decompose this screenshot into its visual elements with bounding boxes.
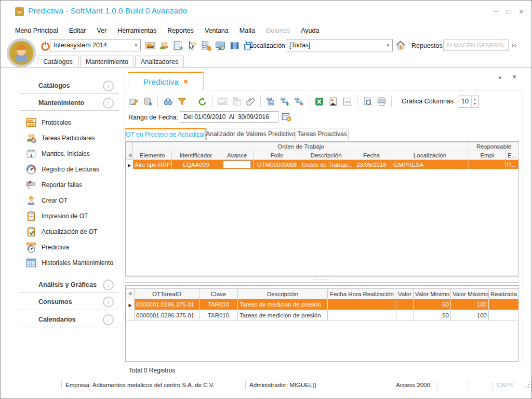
calculator-icon[interactable]	[201, 40, 211, 51]
cell-descripcion[interactable]: Orden de Trabajo...	[300, 160, 352, 169]
cell-elemento[interactable]: Aire tipo RRP	[133, 160, 172, 169]
tree-view-icon[interactable]	[265, 96, 276, 107]
collapse-section-icon[interactable]: ↑	[103, 98, 114, 109]
sidebar-section-catalogos[interactable]: Catálogos ↓	[11, 78, 120, 93]
subtab-analizador-valores[interactable]: Analizador de Valores Predictivo	[206, 128, 295, 140]
cell-localizacion[interactable]: \EMPRESA	[391, 160, 469, 169]
menu-reportes[interactable]: Reportes	[167, 27, 194, 34]
sidebar-item-registro-de-lecturas[interactable]: Registro de Lecturas	[11, 162, 123, 177]
col-ottareaid[interactable]: OTTareaID	[135, 289, 200, 299]
col-clave[interactable]: Clave	[200, 289, 238, 299]
search-icon[interactable]	[163, 96, 173, 107]
col-localizacion[interactable]: Localización	[391, 151, 469, 160]
close-button[interactable]: ✕	[518, 8, 524, 16]
sidebar-section-mantenimiento[interactable]: Mantenimiento ↑	[11, 96, 120, 110]
document-tab-predictiva[interactable]: Predictiva ✕	[128, 72, 204, 90]
cell-clave[interactable]: TAR010	[200, 299, 238, 310]
minimize-button[interactable]: −	[494, 8, 498, 16]
cell-fecha-hora[interactable]	[328, 310, 396, 321]
close-tab-icon[interactable]: ✕	[183, 78, 188, 85]
tab-analizadores[interactable]: Analizadores	[135, 56, 184, 68]
home-icon[interactable]	[395, 40, 406, 50]
export-txt-icon[interactable]: TXT	[342, 96, 352, 107]
sidebar-section-calendarios[interactable]: Calendarios ↓	[11, 312, 120, 327]
col-folio[interactable]: Folio	[254, 151, 300, 160]
archive-icon[interactable]	[172, 40, 183, 51]
col-realizada[interactable]: Realizada	[489, 289, 519, 299]
menu-malla[interactable]: Malla	[240, 27, 255, 34]
user-avatar[interactable]	[7, 38, 36, 68]
sidebar-item-predictiva[interactable]: Predictiva	[11, 240, 123, 255]
col-valor-maximo[interactable]: Valor Máximo	[451, 289, 489, 299]
table-row[interactable]: 0000001.0296.375.01 TAR010 Tareas de med…	[126, 310, 519, 321]
cell-realizada[interactable]	[489, 299, 519, 310]
print-preview-icon[interactable]	[362, 96, 373, 107]
maximize-button[interactable]: □	[506, 8, 510, 16]
cell-ottareaid[interactable]: 0000001.0296.375.01	[135, 310, 200, 321]
sidebar-item-impresion-de-ot[interactable]: Impresion de OT	[11, 208, 123, 224]
cell-valor[interactable]	[396, 299, 414, 310]
cell-fecha[interactable]: 23/05/2016	[352, 160, 391, 169]
tab-mantenimiento[interactable]: Mantenimiento	[80, 56, 134, 68]
expand-section-icon[interactable]: ↓	[103, 297, 114, 308]
expand-section-icon[interactable]: ↓	[103, 81, 114, 91]
col-valor-minimo[interactable]: Valor Minimo	[414, 289, 451, 299]
sidebar-item-crear-ot[interactable]: Crear OT	[11, 193, 123, 208]
cell-realizada[interactable]	[489, 310, 519, 321]
expand-section-icon[interactable]: ↓	[103, 280, 114, 290]
tabstrip-close-icon[interactable]: ✕	[512, 73, 517, 81]
grid-splitter[interactable]: ········	[125, 276, 519, 283]
col-descripcion[interactable]: Descripción	[300, 151, 352, 160]
col-elemento[interactable]: Elemento	[133, 151, 172, 160]
col-identificador[interactable]: Identificador	[172, 151, 220, 160]
menu-ventana[interactable]: Ventana	[205, 27, 229, 34]
monitor-gear-icon[interactable]	[215, 40, 225, 51]
report-icon[interactable]	[328, 96, 338, 107]
sidebar-item-reportar-fallas[interactable]: Reportar fallas	[11, 177, 123, 193]
table-row[interactable]: ▶ 0000001.0296.375.01 TAR010 Tareas de m…	[126, 299, 519, 310]
users-icon[interactable]	[158, 40, 169, 51]
cell-valor-minimo[interactable]: 50	[414, 310, 451, 321]
sidebar-item-manttos-iniciales[interactable]: 1 Manttos. Iniciales	[11, 146, 123, 162]
edit-icon[interactable]	[128, 96, 139, 107]
calendar-edit-icon[interactable]	[281, 112, 291, 122]
cell-valor-minimo[interactable]: 50	[414, 299, 451, 310]
add-record-icon[interactable]	[142, 96, 153, 107]
sidebar-item-historiales-mantenimiento[interactable]: Historiales Mantenimiento	[11, 255, 123, 271]
more-icon[interactable]: ››	[512, 42, 517, 49]
menu-ayuda[interactable]: Ayuda	[301, 27, 319, 34]
sidebar-item-tareas-particulares[interactable]: Tareas Particulares	[11, 130, 123, 146]
cell-ottareaid[interactable]: 0000001.0296.375.01	[135, 299, 200, 310]
col-avance[interactable]: Avance	[220, 151, 254, 160]
pointer-icon[interactable]	[187, 40, 197, 51]
cell-valor-maximo[interactable]: 100	[451, 310, 489, 321]
col-fecha[interactable]: Fecha	[352, 151, 391, 160]
expand-section-icon[interactable]: ↓	[103, 314, 114, 325]
sidebar-section-analisis-y-graficas[interactable]: Análisis y Gráficas ↓	[11, 277, 120, 292]
cell-empl[interactable]	[469, 160, 506, 169]
tab-catalogos[interactable]: Catálogos	[37, 56, 79, 68]
tabstrip-menu-icon[interactable]: ▾	[499, 75, 501, 81]
collapse-nodes-icon[interactable]	[294, 96, 304, 107]
table-row[interactable]: ▶ Aire tipo RRP EQAA099 0 % OTM00000008 …	[126, 160, 519, 169]
cell-e[interactable]: P...	[506, 160, 519, 169]
print-icon[interactable]	[376, 96, 387, 107]
menu-herramientas[interactable]: Herramientas	[117, 27, 156, 34]
cell-identificador[interactable]: EQAA099	[172, 160, 220, 169]
resize-grip[interactable]	[526, 387, 527, 388]
subtab-tareas-proactivas[interactable]: Tareas Proactivas	[296, 128, 349, 140]
cell-folio[interactable]: OTM00000008	[254, 160, 300, 169]
sidebar-item-protocolos[interactable]: Protocolos	[11, 115, 123, 130]
sidebar-section-consumos[interactable]: Consumos ↓	[11, 295, 120, 309]
filter-icon[interactable]	[177, 96, 187, 107]
col-descripcion[interactable]: Descripción	[238, 289, 328, 299]
attachment-icon[interactable]	[245, 96, 256, 107]
cell-descripcion[interactable]: Tareas de medicion de presión	[238, 299, 328, 310]
cell-valor[interactable]	[396, 310, 414, 321]
cell-fecha-hora[interactable]	[328, 299, 396, 310]
menu-menu-principal[interactable]: Menú Principal	[15, 27, 58, 34]
cell-clave[interactable]: TAR010	[200, 310, 238, 321]
menu-editar[interactable]: Editar	[69, 27, 86, 34]
col-empl[interactable]: Empl	[469, 151, 506, 160]
cell-valor-maximo[interactable]: 100	[451, 299, 489, 310]
